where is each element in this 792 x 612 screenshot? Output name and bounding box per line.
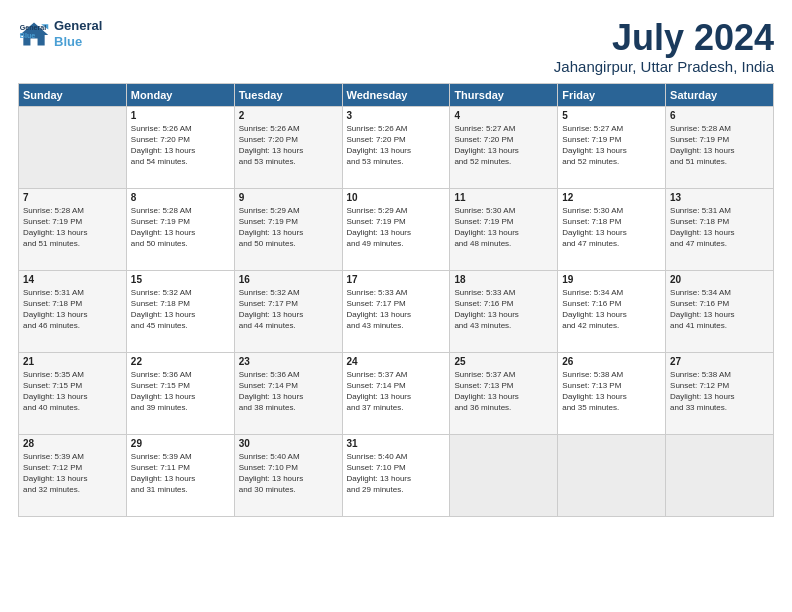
- calendar-cell: 26Sunrise: 5:38 AM Sunset: 7:13 PM Dayli…: [558, 352, 666, 434]
- day-info: Sunrise: 5:27 AM Sunset: 7:19 PM Dayligh…: [562, 123, 661, 168]
- calendar-cell: 7Sunrise: 5:28 AM Sunset: 7:19 PM Daylig…: [19, 188, 127, 270]
- day-number: 11: [454, 192, 553, 203]
- day-number: 31: [347, 438, 446, 449]
- calendar-cell: 28Sunrise: 5:39 AM Sunset: 7:12 PM Dayli…: [19, 434, 127, 516]
- day-number: 13: [670, 192, 769, 203]
- logo-text-blue: Blue: [54, 34, 102, 50]
- day-number: 30: [239, 438, 338, 449]
- day-info: Sunrise: 5:32 AM Sunset: 7:18 PM Dayligh…: [131, 287, 230, 332]
- day-number: 3: [347, 110, 446, 121]
- day-info: Sunrise: 5:30 AM Sunset: 7:19 PM Dayligh…: [454, 205, 553, 250]
- col-header-saturday: Saturday: [666, 83, 774, 106]
- calendar-cell: 10Sunrise: 5:29 AM Sunset: 7:19 PM Dayli…: [342, 188, 450, 270]
- calendar-cell: 24Sunrise: 5:37 AM Sunset: 7:14 PM Dayli…: [342, 352, 450, 434]
- location-title: Jahangirpur, Uttar Pradesh, India: [554, 58, 774, 75]
- logo-icon: General Blue: [18, 20, 50, 48]
- day-info: Sunrise: 5:37 AM Sunset: 7:14 PM Dayligh…: [347, 369, 446, 414]
- day-number: 25: [454, 356, 553, 367]
- calendar-cell: 14Sunrise: 5:31 AM Sunset: 7:18 PM Dayli…: [19, 270, 127, 352]
- day-info: Sunrise: 5:26 AM Sunset: 7:20 PM Dayligh…: [239, 123, 338, 168]
- day-number: 2: [239, 110, 338, 121]
- calendar-cell: [450, 434, 558, 516]
- day-number: 1: [131, 110, 230, 121]
- day-info: Sunrise: 5:33 AM Sunset: 7:17 PM Dayligh…: [347, 287, 446, 332]
- day-info: Sunrise: 5:30 AM Sunset: 7:18 PM Dayligh…: [562, 205, 661, 250]
- day-info: Sunrise: 5:36 AM Sunset: 7:14 PM Dayligh…: [239, 369, 338, 414]
- calendar-cell: 20Sunrise: 5:34 AM Sunset: 7:16 PM Dayli…: [666, 270, 774, 352]
- day-info: Sunrise: 5:39 AM Sunset: 7:11 PM Dayligh…: [131, 451, 230, 496]
- day-info: Sunrise: 5:29 AM Sunset: 7:19 PM Dayligh…: [239, 205, 338, 250]
- day-info: Sunrise: 5:33 AM Sunset: 7:16 PM Dayligh…: [454, 287, 553, 332]
- logo: General Blue General Blue: [18, 18, 102, 49]
- day-number: 18: [454, 274, 553, 285]
- day-number: 15: [131, 274, 230, 285]
- calendar-cell: 18Sunrise: 5:33 AM Sunset: 7:16 PM Dayli…: [450, 270, 558, 352]
- day-info: Sunrise: 5:38 AM Sunset: 7:13 PM Dayligh…: [562, 369, 661, 414]
- calendar-cell: 11Sunrise: 5:30 AM Sunset: 7:19 PM Dayli…: [450, 188, 558, 270]
- calendar-cell: 2Sunrise: 5:26 AM Sunset: 7:20 PM Daylig…: [234, 106, 342, 188]
- calendar-week-row: 14Sunrise: 5:31 AM Sunset: 7:18 PM Dayli…: [19, 270, 774, 352]
- day-number: 22: [131, 356, 230, 367]
- calendar-cell: 13Sunrise: 5:31 AM Sunset: 7:18 PM Dayli…: [666, 188, 774, 270]
- day-number: 29: [131, 438, 230, 449]
- day-info: Sunrise: 5:28 AM Sunset: 7:19 PM Dayligh…: [23, 205, 122, 250]
- calendar-table: SundayMondayTuesdayWednesdayThursdayFrid…: [18, 83, 774, 517]
- col-header-thursday: Thursday: [450, 83, 558, 106]
- calendar-cell: 9Sunrise: 5:29 AM Sunset: 7:19 PM Daylig…: [234, 188, 342, 270]
- calendar-cell: [558, 434, 666, 516]
- day-info: Sunrise: 5:28 AM Sunset: 7:19 PM Dayligh…: [131, 205, 230, 250]
- day-number: 24: [347, 356, 446, 367]
- day-info: Sunrise: 5:34 AM Sunset: 7:16 PM Dayligh…: [670, 287, 769, 332]
- title-block: July 2024 Jahangirpur, Uttar Pradesh, In…: [554, 18, 774, 75]
- calendar-cell: [19, 106, 127, 188]
- day-info: Sunrise: 5:38 AM Sunset: 7:12 PM Dayligh…: [670, 369, 769, 414]
- day-number: 8: [131, 192, 230, 203]
- calendar-cell: 19Sunrise: 5:34 AM Sunset: 7:16 PM Dayli…: [558, 270, 666, 352]
- col-header-tuesday: Tuesday: [234, 83, 342, 106]
- day-info: Sunrise: 5:28 AM Sunset: 7:19 PM Dayligh…: [670, 123, 769, 168]
- day-number: 23: [239, 356, 338, 367]
- calendar-cell: 5Sunrise: 5:27 AM Sunset: 7:19 PM Daylig…: [558, 106, 666, 188]
- day-number: 4: [454, 110, 553, 121]
- day-number: 9: [239, 192, 338, 203]
- day-info: Sunrise: 5:34 AM Sunset: 7:16 PM Dayligh…: [562, 287, 661, 332]
- day-number: 5: [562, 110, 661, 121]
- calendar-cell: 1Sunrise: 5:26 AM Sunset: 7:20 PM Daylig…: [126, 106, 234, 188]
- day-info: Sunrise: 5:36 AM Sunset: 7:15 PM Dayligh…: [131, 369, 230, 414]
- day-info: Sunrise: 5:40 AM Sunset: 7:10 PM Dayligh…: [239, 451, 338, 496]
- day-info: Sunrise: 5:27 AM Sunset: 7:20 PM Dayligh…: [454, 123, 553, 168]
- calendar-cell: 8Sunrise: 5:28 AM Sunset: 7:19 PM Daylig…: [126, 188, 234, 270]
- day-info: Sunrise: 5:37 AM Sunset: 7:13 PM Dayligh…: [454, 369, 553, 414]
- calendar-header-row: SundayMondayTuesdayWednesdayThursdayFrid…: [19, 83, 774, 106]
- calendar-cell: 16Sunrise: 5:32 AM Sunset: 7:17 PM Dayli…: [234, 270, 342, 352]
- day-info: Sunrise: 5:39 AM Sunset: 7:12 PM Dayligh…: [23, 451, 122, 496]
- calendar-week-row: 28Sunrise: 5:39 AM Sunset: 7:12 PM Dayli…: [19, 434, 774, 516]
- day-number: 17: [347, 274, 446, 285]
- calendar-week-row: 7Sunrise: 5:28 AM Sunset: 7:19 PM Daylig…: [19, 188, 774, 270]
- calendar-cell: 17Sunrise: 5:33 AM Sunset: 7:17 PM Dayli…: [342, 270, 450, 352]
- calendar-cell: 27Sunrise: 5:38 AM Sunset: 7:12 PM Dayli…: [666, 352, 774, 434]
- calendar-week-row: 1Sunrise: 5:26 AM Sunset: 7:20 PM Daylig…: [19, 106, 774, 188]
- svg-text:Blue: Blue: [20, 32, 35, 40]
- day-info: Sunrise: 5:40 AM Sunset: 7:10 PM Dayligh…: [347, 451, 446, 496]
- calendar-cell: 6Sunrise: 5:28 AM Sunset: 7:19 PM Daylig…: [666, 106, 774, 188]
- day-number: 26: [562, 356, 661, 367]
- day-info: Sunrise: 5:35 AM Sunset: 7:15 PM Dayligh…: [23, 369, 122, 414]
- day-number: 12: [562, 192, 661, 203]
- calendar-cell: 31Sunrise: 5:40 AM Sunset: 7:10 PM Dayli…: [342, 434, 450, 516]
- day-number: 20: [670, 274, 769, 285]
- day-number: 10: [347, 192, 446, 203]
- col-header-friday: Friday: [558, 83, 666, 106]
- day-info: Sunrise: 5:29 AM Sunset: 7:19 PM Dayligh…: [347, 205, 446, 250]
- day-info: Sunrise: 5:31 AM Sunset: 7:18 PM Dayligh…: [670, 205, 769, 250]
- day-number: 16: [239, 274, 338, 285]
- day-number: 28: [23, 438, 122, 449]
- page: General Blue General Blue July 2024 Jaha…: [0, 0, 792, 612]
- col-header-wednesday: Wednesday: [342, 83, 450, 106]
- day-info: Sunrise: 5:26 AM Sunset: 7:20 PM Dayligh…: [347, 123, 446, 168]
- month-title: July 2024: [554, 18, 774, 58]
- svg-text:General: General: [20, 23, 47, 31]
- day-number: 19: [562, 274, 661, 285]
- calendar-cell: 22Sunrise: 5:36 AM Sunset: 7:15 PM Dayli…: [126, 352, 234, 434]
- calendar-cell: 23Sunrise: 5:36 AM Sunset: 7:14 PM Dayli…: [234, 352, 342, 434]
